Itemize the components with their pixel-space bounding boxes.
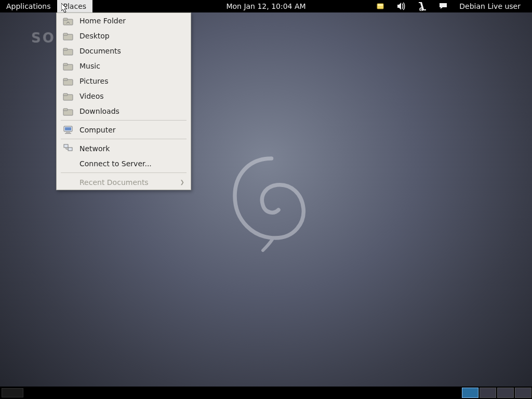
home-folder-icon [63, 16, 73, 26]
svg-rect-15 [63, 94, 68, 96]
menu-item-label: Connect to Server... [79, 159, 152, 168]
places-network[interactable]: Network [57, 141, 191, 156]
svg-rect-11 [63, 63, 68, 65]
svg-rect-20 [66, 132, 70, 133]
places-connect-to-server[interactable]: Connect to Server... [57, 156, 191, 171]
places-pictures[interactable]: Pictures [57, 73, 191, 88]
folder-icon [63, 61, 73, 71]
user-menu-button[interactable]: Debian Live user [458, 0, 527, 12]
menu-item-label: Computer [79, 126, 116, 134]
workspace-4[interactable] [515, 388, 531, 398]
top-panel: Applications Places Mon Jan 12, 10:04 AM… [0, 0, 532, 12]
svg-rect-19 [65, 127, 71, 130]
menu-item-label: Videos [79, 92, 104, 100]
menu-item-label: Network [79, 144, 110, 153]
svg-rect-1 [378, 4, 383, 6]
svg-rect-21 [65, 133, 71, 134]
folder-icon [63, 76, 73, 86]
places-recent-documents: Recent Documents ❯ [57, 175, 191, 190]
system-tray: Debian Live user [375, 0, 532, 12]
chat-icon[interactable] [437, 0, 449, 12]
places-computer[interactable]: Computer [57, 122, 191, 137]
svg-rect-22 [64, 144, 68, 148]
mouse-cursor-icon [61, 3, 69, 14]
debian-swirl-icon [229, 151, 307, 255]
menu-separator [61, 139, 187, 139]
computer-icon [63, 125, 73, 135]
workspace-2[interactable] [480, 388, 496, 398]
taskbar-item[interactable] [2, 388, 23, 397]
menu-item-label: Recent Documents [79, 178, 149, 187]
places-downloads[interactable]: Downloads [57, 103, 191, 118]
workspace-3[interactable] [497, 388, 514, 398]
svg-rect-5 [63, 18, 68, 20]
menu-item-label: Music [79, 62, 100, 70]
svg-rect-7 [63, 33, 68, 35]
blank-icon [63, 158, 73, 169]
menu-separator [61, 172, 187, 173]
folder-icon [63, 91, 73, 101]
places-music[interactable]: Music [57, 58, 191, 73]
clock[interactable]: Mon Jan 12, 10:04 AM [220, 0, 312, 12]
places-videos[interactable]: Videos [57, 88, 191, 103]
places-dropdown-menu: Home Folder Desktop Documents Music Pict… [56, 12, 191, 190]
menu-item-label: Desktop [79, 32, 110, 40]
svg-rect-23 [68, 148, 72, 151]
workspace-1[interactable] [462, 388, 478, 398]
network-icon [63, 143, 73, 154]
menu-item-label: Home Folder [79, 17, 126, 25]
applications-menu-button[interactable]: Applications [0, 0, 57, 12]
menu-item-label: Documents [79, 47, 121, 55]
menu-separator [61, 120, 187, 121]
bottom-panel [0, 387, 532, 399]
places-home-folder[interactable]: Home Folder [57, 13, 191, 28]
menu-item-label: Pictures [79, 77, 108, 85]
workspace-switcher [461, 387, 532, 399]
svg-rect-13 [63, 78, 68, 81]
folder-icon [63, 31, 73, 41]
folder-icon [63, 106, 73, 116]
svg-rect-17 [63, 109, 68, 111]
svg-rect-9 [63, 48, 68, 50]
places-desktop[interactable]: Desktop [57, 28, 191, 43]
menu-item-label: Downloads [79, 107, 119, 115]
chevron-right-icon: ❯ [180, 179, 184, 185]
volume-icon[interactable] [396, 0, 407, 12]
accessibility-icon[interactable] [417, 0, 428, 12]
folder-icon [63, 46, 73, 56]
blank-icon [63, 177, 73, 188]
places-documents[interactable]: Documents [57, 43, 191, 58]
notification-icon[interactable] [375, 0, 387, 12]
